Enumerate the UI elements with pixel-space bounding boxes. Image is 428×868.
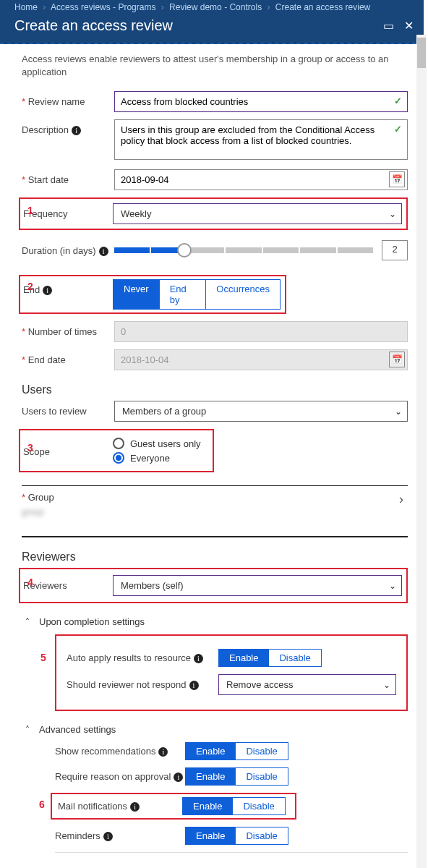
label-show-rec: Show recommendationsi: [55, 746, 185, 757]
users-to-review-select[interactable]: Members of a group ⌄: [114, 401, 408, 422]
scope-guest-radio[interactable]: Guest users only: [113, 438, 208, 449]
show-rec-toggle: Enable Disable: [185, 742, 288, 760]
no-respond-select[interactable]: Remove access ⌄: [218, 674, 396, 695]
chevron-up-icon: ˄: [22, 617, 33, 627]
label-start-date: Start date: [22, 169, 114, 185]
scope-everyone-radio[interactable]: Everyone: [113, 452, 208, 464]
label-description: Descriptioni: [22, 119, 114, 135]
end-occurrences[interactable]: Occurrences: [205, 280, 280, 309]
section-users: Users: [22, 383, 408, 396]
enable-option[interactable]: Enable: [183, 798, 232, 814]
info-icon[interactable]: i: [130, 802, 140, 812]
reviewers-select[interactable]: Members (self) ⌄: [113, 575, 402, 596]
duration-slider[interactable]: [114, 247, 373, 253]
info-icon[interactable]: i: [72, 126, 81, 135]
disable-option[interactable]: Disable: [232, 798, 284, 814]
chevron-up-icon: ˄: [22, 725, 33, 735]
valid-check-icon: ✓: [394, 124, 402, 135]
auto-apply-toggle: Enable Disable: [218, 649, 322, 667]
enable-option[interactable]: Enable: [186, 743, 235, 760]
intro-text: Access reviews enable reviewers to attes…: [22, 53, 408, 78]
collapse-advanced[interactable]: ˄ Advanced settings: [22, 724, 408, 735]
scrollbar[interactable]: [416, 35, 427, 868]
info-icon[interactable]: i: [194, 654, 203, 663]
label-reminders: Remindersi: [55, 830, 185, 841]
label-end-date: End date: [22, 349, 114, 365]
group-picker[interactable]: * Group group ›: [22, 485, 408, 537]
mail-toggle: Enable Disable: [182, 797, 286, 815]
calendar-icon: 📅: [389, 352, 405, 367]
label-mail: Mail notificationsi: [56, 801, 182, 812]
label-users-to-review: Users to review: [22, 401, 114, 417]
info-icon[interactable]: i: [158, 747, 168, 757]
label-auto-apply: Auto apply results to resourcei: [67, 652, 218, 663]
start-date-input[interactable]: [114, 169, 408, 190]
chevron-down-icon: ⌄: [383, 680, 390, 690]
disable-option[interactable]: Disable: [235, 827, 287, 844]
restore-icon[interactable]: ▭: [383, 19, 394, 33]
chevron-down-icon: ⌄: [389, 581, 396, 591]
info-icon[interactable]: i: [99, 247, 108, 256]
crumb-current: Create an access review: [275, 2, 370, 12]
label-reviewers-field: Reviewers: [20, 575, 113, 591]
crumb-home[interactable]: Home: [14, 2, 38, 12]
crumb-sep: ›: [43, 2, 46, 12]
number-of-times-input: 0: [114, 321, 408, 342]
crumb-sep: ›: [267, 2, 270, 12]
section-reviewers: Reviewers: [22, 550, 408, 563]
end-date-input: 2018-10-04: [114, 349, 408, 370]
disable-option[interactable]: Disable: [235, 743, 287, 760]
annotation-4: 4: [27, 576, 33, 588]
label-duration: Duration (in days)i: [22, 240, 114, 256]
group-value: group: [22, 507, 54, 517]
label-review-name: Review name: [22, 91, 114, 107]
label-require-reason: Require reason on approvali: [55, 771, 185, 782]
annotation-3: 3: [27, 442, 33, 454]
chevron-down-icon: ⌄: [395, 407, 402, 417]
label-number-of-times: Number of times: [22, 321, 114, 337]
chevron-down-icon: ⌄: [389, 209, 396, 219]
annotation-5: 5: [40, 652, 46, 663]
valid-check-icon: ✓: [394, 95, 402, 106]
label-no-respond: Should reviewer not respondi: [67, 679, 218, 690]
page-title: Create an access review: [14, 17, 173, 34]
breadcrumb: Home › Access reviews - Programs › Revie…: [0, 0, 424, 14]
info-icon[interactable]: i: [174, 773, 183, 782]
end-never[interactable]: Never: [114, 280, 159, 309]
crumb-demo[interactable]: Review demo - Controls: [169, 2, 262, 12]
review-name-input[interactable]: [114, 91, 408, 112]
chevron-right-icon: ›: [399, 492, 403, 507]
enable-option[interactable]: Enable: [219, 650, 268, 666]
disable-option[interactable]: Disable: [268, 650, 320, 666]
require-reason-toggle: Enable Disable: [185, 767, 288, 786]
enable-option[interactable]: Enable: [186, 827, 235, 844]
label-scope: Scope: [20, 435, 113, 457]
close-icon[interactable]: ✕: [404, 19, 414, 33]
enable-option[interactable]: Enable: [186, 768, 235, 785]
description-input[interactable]: Users in this group are excluded from th…: [114, 119, 408, 160]
end-endby[interactable]: End by: [159, 280, 206, 309]
end-toggle: Never End by Occurrences: [113, 279, 281, 310]
crumb-programs[interactable]: Access reviews - Programs: [51, 2, 155, 12]
info-icon[interactable]: i: [189, 681, 199, 690]
scrollbar-thumb[interactable]: [417, 38, 426, 68]
frequency-select[interactable]: Weekly ⌄: [113, 203, 402, 224]
label-group: Group: [28, 492, 54, 503]
info-icon[interactable]: i: [103, 832, 113, 841]
duration-value[interactable]: 2: [382, 240, 408, 260]
crumb-sep: ›: [161, 2, 164, 12]
label-frequency: Frequency: [20, 203, 113, 219]
blade-header: Create an access review ▭ ✕: [0, 14, 424, 44]
annotation-6: 6: [39, 799, 45, 810]
collapse-upon-completion[interactable]: ˄ Upon completion settings: [22, 616, 408, 627]
annotation-1: 1: [27, 205, 33, 216]
annotation-2: 2: [27, 281, 33, 292]
reminders-toggle: Enable Disable: [185, 827, 288, 845]
label-end: Endi: [20, 279, 113, 295]
info-icon[interactable]: i: [43, 286, 52, 295]
slider-thumb[interactable]: [177, 243, 192, 258]
calendar-icon[interactable]: 📅: [389, 171, 405, 187]
disable-option[interactable]: Disable: [235, 768, 287, 785]
